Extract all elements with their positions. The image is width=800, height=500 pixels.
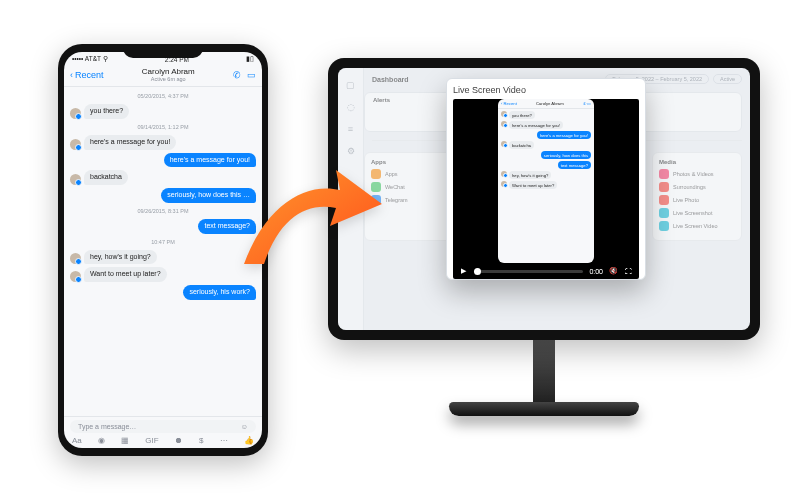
message-bubble[interactable]: backatcha <box>84 170 128 185</box>
message-row-out: text message? <box>70 219 256 234</box>
phone-screen: ••••• AT&T ⚲ 2:24 PM ▮▯ ‹ Recent Carolyn… <box>64 52 262 448</box>
page-title: Dashboard <box>372 76 409 83</box>
video-icon[interactable]: ▭ <box>247 70 256 80</box>
app-icon <box>659 195 669 205</box>
list-item[interactable]: Live Screenshot <box>659 208 735 218</box>
volume-icon[interactable]: 🔇 <box>609 267 618 276</box>
text-format-icon[interactable]: Aa <box>72 436 82 445</box>
contact-status: Active 6m ago <box>104 76 233 82</box>
composer-toolbar: Aa ◉ ▦ GIF ⏺ $ ⋯ 👍 <box>70 436 256 445</box>
seek-knob[interactable] <box>474 268 481 275</box>
message-row-in: hey, how's it going? <box>70 250 256 265</box>
message-input[interactable]: Type a message… ☺ <box>70 420 256 433</box>
sidebar-icon[interactable]: ◌ <box>347 102 355 112</box>
chat-timestamp: 10:47 PM <box>70 239 256 245</box>
mini-row: backatcha <box>501 141 591 149</box>
video-area[interactable]: ‹ Recent Carolyn Abram ✆ ▭ you there? he… <box>453 99 639 263</box>
chat-timestamp: 05/20/2015, 4:37 PM <box>70 93 256 99</box>
camera-icon[interactable]: ◉ <box>98 436 105 445</box>
card-title: Media <box>659 159 735 165</box>
avatar <box>501 111 507 117</box>
app-icon <box>659 169 669 179</box>
live-screen-video-modal: Live Screen Video ‹ Recent Carolyn Abram… <box>446 78 646 280</box>
mini-row: text message? <box>501 161 591 169</box>
avatar <box>501 171 507 177</box>
money-icon[interactable]: $ <box>199 436 203 445</box>
modal-title: Live Screen Video <box>453 85 639 95</box>
list-item[interactable]: Live Photo <box>659 195 735 205</box>
seek-bar[interactable] <box>474 270 583 273</box>
message-row-in: backatcha <box>70 170 256 185</box>
navbar-actions: ✆ ▭ <box>233 70 256 80</box>
mini-row: seriously, how does this <box>501 151 591 159</box>
message-row-out: here's a message for you! <box>70 153 256 168</box>
smile-icon[interactable]: ☺ <box>241 423 248 430</box>
fullscreen-icon[interactable]: ⛶ <box>624 267 633 276</box>
list-item[interactable]: Photos & Videos <box>659 169 735 179</box>
chevron-left-icon: ‹ <box>70 70 73 80</box>
app-icon <box>659 182 669 192</box>
sidebar-icon[interactable]: ≡ <box>348 124 353 134</box>
message-bubble[interactable]: you there? <box>84 104 129 119</box>
video-player: ‹ Recent Carolyn Abram ✆ ▭ you there? he… <box>453 99 639 279</box>
chat-timestamp: 09/14/2015, 1:12 PM <box>70 124 256 130</box>
message-row-out: seriously, his work? <box>70 285 256 300</box>
message-row-in: you there? <box>70 104 256 119</box>
message-bubble[interactable]: seriously, his work? <box>183 285 256 300</box>
message-bubble[interactable]: Want to meet up later? <box>84 267 167 282</box>
mini-back: ‹ Recent <box>501 101 517 106</box>
mini-row: Want to meet up later? <box>501 181 591 189</box>
contact-name: Carolyn Abram <box>104 67 233 76</box>
monitor-stand-base <box>449 402 639 416</box>
mini-row: hey, how's it going? <box>501 171 591 179</box>
monitor-screen: ▢ ◌ ≡ ⚙ Dashboard February 5, 2022 – Feb… <box>338 68 750 330</box>
chat-timestamp: 09/26/2015, 8:31 PM <box>70 208 256 214</box>
avatar <box>70 139 81 150</box>
chat-navbar: ‹ Recent Carolyn Abram Active 6m ago ✆ ▭ <box>64 64 262 87</box>
composer: Type a message… ☺ Aa ◉ ▦ GIF ⏺ $ ⋯ 👍 <box>64 416 262 448</box>
monitor-bezel: ▢ ◌ ≡ ⚙ Dashboard February 5, 2022 – Feb… <box>328 58 760 340</box>
sidebar-icon[interactable]: ⚙ <box>347 146 355 156</box>
monitor-stand-neck <box>533 340 555 402</box>
message-row-out: seriously, how does this … <box>70 188 256 203</box>
chat-title[interactable]: Carolyn Abram Active 6m ago <box>104 67 233 82</box>
back-label: Recent <box>75 70 104 80</box>
status-pill: Active <box>713 74 742 84</box>
chat-body[interactable]: 05/20/2015, 4:37 PM you there? 09/14/201… <box>64 87 262 416</box>
avatar <box>501 141 507 147</box>
avatar <box>501 121 507 127</box>
input-placeholder: Type a message… <box>78 423 136 430</box>
list-item[interactable]: Surroundings <box>659 182 735 192</box>
monitor-mockup: ▢ ◌ ≡ ⚙ Dashboard February 5, 2022 – Feb… <box>328 58 760 458</box>
avatar <box>70 108 81 119</box>
avatar <box>501 181 507 187</box>
mini-row: here's a message for you! <box>501 131 591 139</box>
avatar <box>70 174 81 185</box>
message-row-in: Want to meet up later? <box>70 267 256 282</box>
gif-icon[interactable]: GIF <box>145 436 158 445</box>
mini-contact: Carolyn Abram <box>536 101 564 106</box>
play-icon[interactable]: ▶ <box>459 267 468 276</box>
arrow-icon <box>236 164 386 284</box>
avatar <box>70 253 81 264</box>
message-bubble[interactable]: hey, how's it going? <box>84 250 157 265</box>
mini-chat: you there? here's a message for you! her… <box>498 109 594 263</box>
app-icon <box>659 221 669 231</box>
mini-row: here's a message for you! <box>501 121 591 129</box>
more-icon[interactable]: ⋯ <box>220 436 228 445</box>
back-button[interactable]: ‹ Recent <box>70 70 104 80</box>
video-time: 0:00 <box>589 268 603 275</box>
mic-icon[interactable]: ⏺ <box>175 436 183 445</box>
message-row-in: here's a message for you! <box>70 135 256 150</box>
avatar <box>70 271 81 282</box>
phone-icon[interactable]: ✆ <box>233 70 241 80</box>
sidebar-icon[interactable]: ▢ <box>346 80 355 90</box>
app-icon <box>659 208 669 218</box>
message-bubble[interactable]: here's a message for you! <box>84 135 176 150</box>
gallery-icon[interactable]: ▦ <box>121 436 129 445</box>
status-left: ••••• AT&T ⚲ <box>72 55 108 63</box>
mini-row: you there? <box>501 111 591 119</box>
category-card-media: Media Photos & Videos Surroundings Live … <box>652 152 742 241</box>
thumbs-up-icon[interactable]: 👍 <box>244 436 254 445</box>
list-item[interactable]: Live Screen Video <box>659 221 735 231</box>
